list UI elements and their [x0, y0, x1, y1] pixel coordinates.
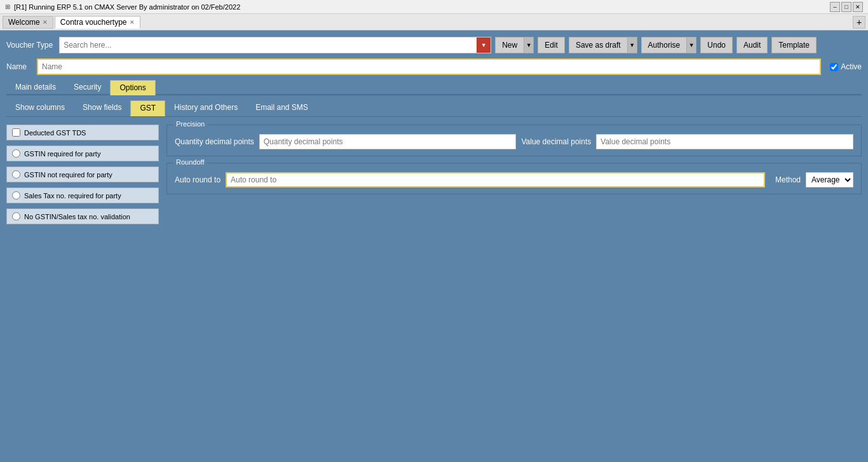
title-bar-title: [R1] Running ERP 5.1 on CMAX Server By a…: [14, 3, 240, 11]
title-bar-controls: – □ ✕: [830, 2, 863, 12]
title-bar: ⊞ [R1] Running ERP 5.1 on CMAX Server By…: [0, 0, 868, 14]
new-button-group: New ▼: [495, 37, 534, 53]
sales-tax-required-item: Sales Tax no. required for party: [6, 187, 159, 203]
main-content: Voucher Type New ▼ Edit Save as draft ▼ …: [0, 31, 868, 462]
tab-welcome-close[interactable]: ✕: [43, 19, 48, 25]
sub-tab-email-sms[interactable]: Email and SMS: [247, 100, 317, 116]
template-button[interactable]: Template: [771, 37, 817, 53]
minimize-button[interactable]: –: [830, 2, 840, 12]
name-label: Name: [6, 62, 32, 71]
sales-tax-required-radio[interactable]: [12, 191, 20, 200]
authorise-button[interactable]: Authorise: [641, 37, 687, 53]
roundoff-section: Roundoff Auto round to Method Average Up…: [166, 163, 862, 194]
quantity-label: Quantity decimal points: [175, 137, 254, 146]
tab-contra-close[interactable]: ✕: [130, 19, 135, 25]
precision-legend: Precision: [173, 120, 207, 128]
close-button[interactable]: ✕: [853, 2, 863, 12]
toolbar: Voucher Type New ▼ Edit Save as draft ▼ …: [6, 37, 862, 53]
save-as-draft-group: Save as draft ▼: [569, 37, 637, 53]
window-icon: ⊞: [5, 3, 10, 10]
sub-tab-gst[interactable]: GST: [130, 100, 165, 116]
sub-tab-history[interactable]: History and Others: [165, 100, 247, 116]
options-panel: Deducted GST TDS GSTIN required for part…: [6, 125, 862, 224]
nav-tabs: Main details Security Options: [6, 80, 862, 95]
method-select[interactable]: Average Up Down: [806, 172, 853, 187]
gstin-required-label: GSTIN required for party: [24, 150, 100, 158]
deducted-gst-tds-label: Deducted GST TDS: [24, 129, 86, 137]
value-label: Value decimal points: [521, 137, 591, 146]
tab-contra-label: Contra vouchertype: [60, 18, 127, 27]
sub-tab-show-fields[interactable]: Show fields: [74, 100, 130, 116]
right-panel: Precision Quantity decimal points Value …: [166, 125, 862, 224]
sub-tab-show-columns[interactable]: Show columns: [6, 100, 74, 116]
method-label: Method: [775, 175, 801, 184]
save-as-draft-button[interactable]: Save as draft: [569, 37, 627, 53]
tab-bar: Welcome ✕ Contra vouchertype ✕ +: [0, 14, 868, 31]
active-checkbox[interactable]: [830, 63, 838, 71]
name-input[interactable]: [37, 58, 821, 75]
no-gstin-validation-label: No GSTIN/Sales tax no. validation: [24, 213, 130, 221]
deducted-gst-tds-checkbox[interactable]: [12, 128, 20, 137]
no-gstin-validation-radio[interactable]: [12, 212, 20, 221]
name-row: Name Active: [6, 58, 862, 75]
undo-button[interactable]: Undo: [700, 37, 733, 53]
active-label: Active: [841, 62, 862, 71]
no-gstin-validation-item: No GSTIN/Sales tax no. validation: [6, 208, 159, 224]
roundoff-legend: Roundoff: [173, 158, 207, 166]
deducted-gst-tds-item: Deducted GST TDS: [6, 125, 159, 140]
save-dropdown-arrow[interactable]: ▼: [627, 37, 637, 53]
tab-welcome-label: Welcome: [8, 18, 40, 27]
edit-button[interactable]: Edit: [538, 37, 565, 53]
tab-options[interactable]: Options: [110, 80, 155, 95]
quantity-decimal-input[interactable]: [259, 134, 517, 149]
new-dropdown-arrow[interactable]: ▼: [524, 37, 534, 53]
tab-welcome[interactable]: Welcome ✕: [3, 16, 53, 29]
maximize-button[interactable]: □: [841, 2, 851, 12]
auto-round-label: Auto round to: [175, 175, 220, 184]
tab-main-details[interactable]: Main details: [6, 80, 65, 95]
roundoff-form-row: Auto round to Method Average Up Down: [175, 172, 853, 187]
sub-tabs: Show columns Show fields GST History and…: [6, 100, 862, 117]
search-container: [59, 37, 491, 53]
precision-form-row: Quantity decimal points Value decimal po…: [175, 134, 853, 149]
search-dropdown-button[interactable]: [477, 37, 491, 53]
search-input[interactable]: [60, 37, 477, 53]
left-panel: Deducted GST TDS GSTIN required for part…: [6, 125, 159, 224]
tab-add-button[interactable]: +: [853, 16, 865, 29]
authorise-group: Authorise ▼: [641, 37, 697, 53]
sales-tax-required-label: Sales Tax no. required for party: [24, 192, 121, 200]
tab-contra-vouchertype[interactable]: Contra vouchertype ✕: [55, 16, 140, 29]
gstin-required-item: GSTIN required for party: [6, 146, 159, 161]
new-button[interactable]: New: [495, 37, 524, 53]
gstin-not-required-radio[interactable]: [12, 170, 20, 179]
tab-security[interactable]: Security: [65, 80, 110, 95]
authorise-dropdown-arrow[interactable]: ▼: [686, 37, 696, 53]
audit-button[interactable]: Audit: [736, 37, 768, 53]
active-container: Active: [830, 62, 862, 71]
gstin-not-required-item: GSTIN not required for party: [6, 166, 159, 182]
voucher-type-label: Voucher Type: [6, 41, 53, 50]
gstin-not-required-label: GSTIN not required for party: [24, 171, 112, 179]
precision-section: Precision Quantity decimal points Value …: [166, 125, 862, 156]
gstin-required-radio[interactable]: [12, 149, 20, 158]
value-decimal-input[interactable]: [596, 134, 853, 149]
auto-round-input[interactable]: [226, 172, 765, 187]
